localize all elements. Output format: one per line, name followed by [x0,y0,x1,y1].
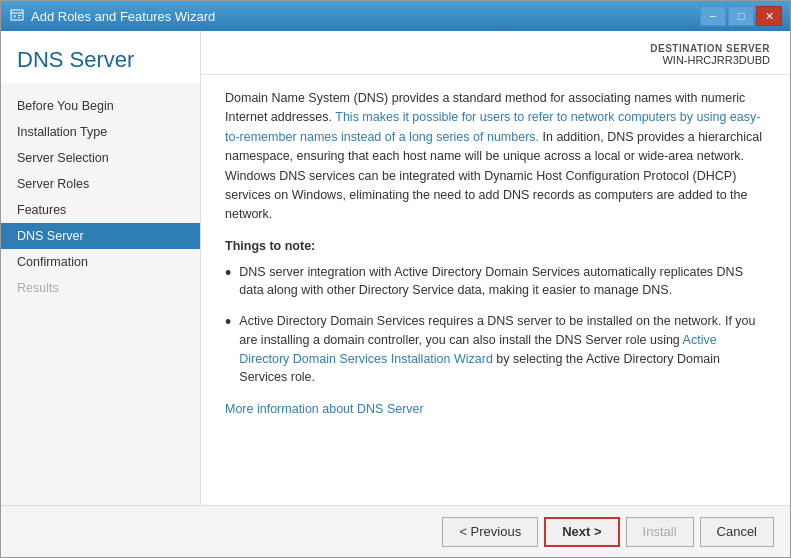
sidebar-title: DNS Server [17,47,184,73]
sidebar: DNS Server Before You Begin Installation… [1,31,201,505]
sidebar-item-results: Results [1,275,200,301]
svg-rect-0 [11,10,23,20]
title-bar: Add Roles and Features Wizard − □ ✕ [1,1,790,31]
description-paragraph: Domain Name System (DNS) provides a stan… [225,89,766,225]
sidebar-item-features[interactable]: Features [1,197,200,223]
install-button[interactable]: Install [626,517,694,547]
page-header: DESTINATION SERVER WIN-HRCJRR3DUBD [201,31,790,75]
page-body: Domain Name System (DNS) provides a stan… [201,75,790,505]
title-bar-left: Add Roles and Features Wizard [9,8,215,24]
sidebar-item-confirmation[interactable]: Confirmation [1,249,200,275]
close-button[interactable]: ✕ [756,6,782,26]
destination-name: WIN-HRCJRR3DUBD [650,54,770,66]
svg-rect-3 [18,15,21,16]
bullet-text-2: Active Directory Domain Services require… [239,312,766,387]
svg-rect-4 [18,17,20,18]
next-button[interactable]: Next > [544,517,619,547]
bullet-dot-1: • [225,263,231,301]
wizard-window: Add Roles and Features Wizard − □ ✕ DNS … [0,0,791,558]
sidebar-item-installation-type[interactable]: Installation Type [1,119,200,145]
sidebar-item-dns-server[interactable]: DNS Server [1,223,200,249]
sidebar-nav: Before You Begin Installation Type Serve… [1,83,200,311]
destination-server-info: DESTINATION SERVER WIN-HRCJRR3DUBD [650,43,770,66]
things-note-heading: Things to note: [225,239,766,253]
footer: < Previous Next > Install Cancel [1,505,790,557]
content-area: DNS Server Before You Begin Installation… [1,31,790,505]
bullet-text-1: DNS server integration with Active Direc… [239,263,766,301]
bullet-list: • DNS server integration with Active Dir… [225,263,766,388]
list-item: • DNS server integration with Active Dir… [225,263,766,301]
minimize-button[interactable]: − [700,6,726,26]
window-title: Add Roles and Features Wizard [31,9,215,24]
more-info-link[interactable]: More information about DNS Server [225,402,424,416]
bullet-dot-2: • [225,312,231,387]
sidebar-item-server-selection[interactable]: Server Selection [1,145,200,171]
list-item: • Active Directory Domain Services requi… [225,312,766,387]
destination-label: DESTINATION SERVER [650,43,770,54]
sidebar-header: DNS Server [1,31,200,83]
wizard-icon [9,8,25,24]
svg-rect-2 [13,15,16,18]
restore-button[interactable]: □ [728,6,754,26]
sidebar-item-server-roles[interactable]: Server Roles [1,171,200,197]
main-content: DESTINATION SERVER WIN-HRCJRR3DUBD Domai… [201,31,790,505]
previous-button[interactable]: < Previous [442,517,538,547]
cancel-button[interactable]: Cancel [700,517,774,547]
sidebar-item-before-begin[interactable]: Before You Begin [1,93,200,119]
title-bar-controls: − □ ✕ [700,6,782,26]
